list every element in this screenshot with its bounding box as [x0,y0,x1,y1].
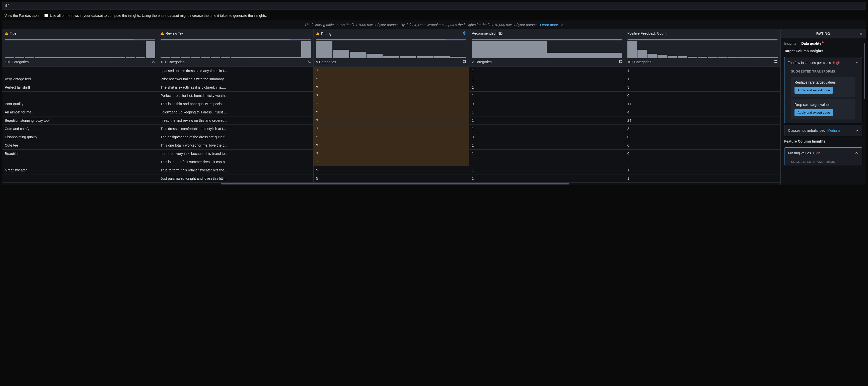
cell-review: The shirt is exactly as it is pictured, … [158,83,313,92]
cell-title [2,158,158,166]
svg-point-0 [463,32,466,35]
tab-insights[interactable]: Insights [784,41,796,46]
table-row[interactable]: This is the perfect summer dress. it can… [2,158,780,166]
cell-review: This dress is comfortable and stylish at… [158,125,313,133]
cell-recommended: 1 [469,108,625,116]
column-header[interactable]: Positive Feedback Count [625,29,780,38]
svg-rect-9 [621,62,622,63]
table-row[interactable]: BeautifulI ordered ivory in xl because t… [2,150,780,158]
svg-rect-4 [463,62,464,63]
table-row[interactable]: Great sweaterTrue to form, this retailer… [2,166,780,174]
table-row[interactable]: Poor qualityThis is so thin and poor qua… [2,100,780,108]
table-row[interactable]: I passed up this dress so many times in … [2,67,780,75]
cell-review: I passed up this dress so many times in … [158,67,313,75]
scrollbar-thumb[interactable] [221,183,569,184]
column-viz[interactable]: 10+ Categories [625,38,780,67]
column-viz[interactable]: 2 Categories [469,38,625,67]
cell-recommended: 1 [469,92,625,100]
category-count: 10+ Categories [627,60,651,64]
card-missing-header[interactable]: Missing values High [784,148,862,159]
svg-rect-6 [619,60,620,61]
type-icon [307,60,311,64]
card-imbalanced-header[interactable]: Classes too imbalanced Medium [784,125,862,136]
info-bar: The following table shows the first 1000… [2,21,866,29]
table-row[interactable]: An almost for me...I didn't end up keepi… [2,108,780,116]
cell-recommended: 1 [469,83,625,92]
warning-icon [316,32,320,36]
quality-bar [627,39,778,40]
warning-icon [160,31,164,35]
use-all-rows-checkbox-wrap[interactable]: Use all of the rows in your dataset to c… [44,13,267,18]
use-all-rows-label: Use all of the rows in your dataset to c… [50,13,267,18]
type-icon [619,60,622,64]
svg-rect-5 [465,62,466,63]
column-name: Positive Feedback Count [627,31,666,35]
cell-review: This is so thin and poor quality. especi… [158,100,313,108]
column-viz[interactable]: 10+ Categories [2,38,158,67]
table-row[interactable]: Perfect dress for hot, humid, sticky wea… [2,92,780,100]
card-missing-values: Missing values High SUGGESTED TRANSFORMS [784,147,862,166]
column-header[interactable]: Title [2,29,158,38]
cell-feedback: 0 [625,141,780,150]
apply-drop-button[interactable]: Apply and export code [795,109,833,116]
cell-review: I read the first review on this and orde… [158,116,313,125]
quality-bar [160,39,311,40]
suggested-transforms-heading: SUGGESTED TRANSFORMS [784,68,862,75]
column-viz[interactable]: 9 Categories [314,38,469,67]
transform-replace-rare: Replace rare target values Apply and exp… [791,77,856,97]
close-icon[interactable] [859,32,863,35]
cell-review: Just purchased tonight and love i this l… [158,174,313,183]
main-panel: The following table shows the first 1000… [2,21,866,185]
options-row: View the Pandas table Use all of the row… [2,12,866,21]
cell-rating: ? [314,116,469,125]
cell-rating: ? [314,67,469,75]
warning-icon [5,31,8,35]
transform-drop-rare: Drop rare target values Apply and export… [791,99,856,119]
cell-review: Prior reviewer nailed it with the summar… [158,75,313,83]
learn-more-link[interactable]: Learn more. [540,23,559,27]
svg-rect-8 [619,62,620,63]
code-input-text: df [5,4,9,8]
table-row[interactable]: Disappointing qualityThe design/shape of… [2,133,780,141]
cell-recommended: 1 [469,158,625,166]
cell-feedback: 1 [625,166,780,174]
svg-rect-12 [775,62,776,63]
use-all-rows-checkbox[interactable] [44,14,48,17]
mini-histogram [472,42,622,58]
cell-title [2,67,158,75]
cell-rating: ? [314,92,469,100]
column-header[interactable]: Review Text [158,29,313,38]
cell-feedback: 2 [625,158,780,166]
tab-data-quality[interactable]: Data quality [801,41,823,46]
column-header[interactable]: Rating [314,29,469,38]
horizontal-scrollbar[interactable] [5,183,778,185]
feature-insights-heading: Feature Column Insights [781,138,866,146]
cell-rating: ? [314,125,469,133]
table-row[interactable]: Beautiful, stunning, cozy top!I read the… [2,116,780,125]
code-input[interactable]: df [2,2,866,9]
column-viz[interactable]: 10+ Categories [158,38,313,67]
chevron-down-icon [855,129,859,132]
suggested-transforms-heading-2: SUGGESTED TRANSFORMS [784,159,862,165]
table-row[interactable]: Cute teeThis one totally worked for me. … [2,141,780,150]
insights-side-panel: RATING Insights Data quality Target Colu… [780,29,866,185]
apply-replace-button[interactable]: Apply and export code [795,87,833,94]
table-row[interactable]: Cute and comfyThis dress is comfortable … [2,125,780,133]
alert-dot-icon [822,41,824,43]
card-classes-imbalanced: Classes too imbalanced Medium [784,125,862,136]
cell-feedback: 11 [625,100,780,108]
cell-feedback: 24 [625,116,780,125]
card-too-few-header[interactable]: Too few instances per class High [784,57,862,68]
cell-rating: ? [314,150,469,158]
column-header[interactable]: Recommended IND [469,29,625,38]
table-row[interactable]: Perfect fall shirt!The shirt is exactly … [2,83,780,92]
chevron-up-icon [855,151,859,155]
table-row[interactable]: Very vintage feelPrior reviewer nailed i… [2,75,780,83]
cell-feedback: 3 [625,83,780,92]
cell-title: Cute and comfy [2,125,158,133]
type-icon [463,60,466,64]
table-row[interactable]: Just purchased tonight and love i this l… [2,174,780,183]
side-scrollbar[interactable] [864,43,865,99]
cell-title: Perfect fall shirt! [2,83,158,92]
cell-feedback: 4 [625,108,780,116]
